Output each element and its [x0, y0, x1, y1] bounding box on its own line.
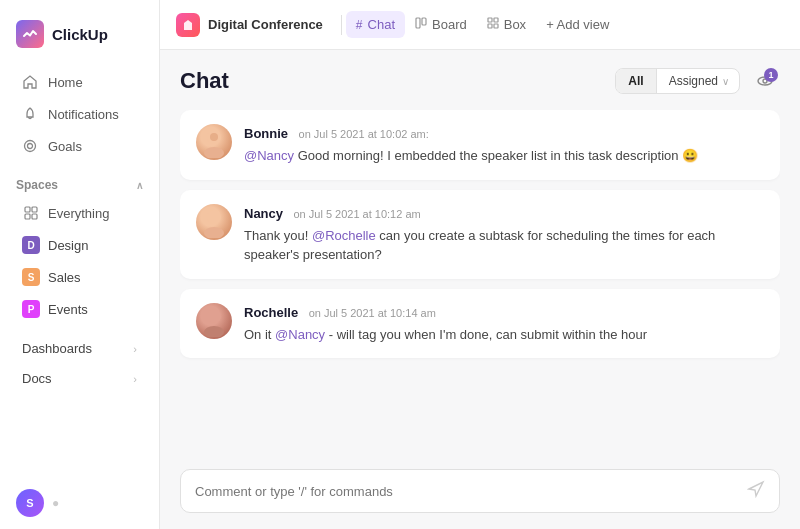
- chat-input-area: [180, 469, 780, 513]
- user-status-icon: ●: [52, 496, 59, 510]
- sidebar-bottom: Dashboards › Docs ›: [0, 333, 159, 394]
- chat-header-controls: All Assigned ∨ 1: [615, 66, 780, 96]
- chat-input[interactable]: [195, 484, 747, 499]
- tab-box[interactable]: Box: [477, 11, 536, 38]
- nancy-time: on Jul 5 2021 at 10:12 am: [293, 208, 420, 220]
- spaces-label: Spaces: [16, 178, 58, 192]
- topbar: Digital Conference # Chat Board Box + Ad…: [160, 0, 800, 50]
- chat-tab-label: Chat: [368, 17, 395, 32]
- board-tab-icon: [415, 17, 427, 32]
- design-label: Design: [48, 238, 88, 253]
- logo-text: ClickUp: [52, 26, 108, 43]
- svg-point-1: [28, 144, 33, 149]
- tab-board[interactable]: Board: [405, 11, 477, 38]
- nancy-message-header: Nancy on Jul 5 2021 at 10:12 am: [244, 204, 764, 222]
- add-view-button[interactable]: + Add view: [536, 11, 619, 38]
- svg-point-18: [204, 227, 224, 238]
- box-tab-icon: [487, 17, 499, 32]
- nancy-message-text: Thank you! @Rochelle can you create a su…: [244, 226, 764, 265]
- user-avatar[interactable]: S: [16, 489, 44, 517]
- rochelle-author: Rochelle: [244, 305, 298, 320]
- tab-chat[interactable]: # Chat: [346, 11, 405, 38]
- bonnie-mention: @Nancy: [244, 148, 294, 163]
- add-view-label: + Add view: [546, 17, 609, 32]
- sidebar-item-home[interactable]: Home: [6, 67, 153, 97]
- logo-icon: [16, 20, 44, 48]
- message-nancy: Nancy on Jul 5 2021 at 10:12 am Thank yo…: [180, 190, 780, 279]
- rochelle-message-header: Rochelle on Jul 5 2021 at 10:14 am: [244, 303, 764, 321]
- sidebar-footer: S ●: [0, 477, 159, 529]
- message-rochelle: Rochelle on Jul 5 2021 at 10:14 am On it…: [180, 289, 780, 359]
- filter-chevron-icon: ∨: [722, 76, 729, 87]
- project-header: Digital Conference: [176, 13, 323, 37]
- events-dot: P: [22, 300, 40, 318]
- bonnie-avatar: [196, 124, 232, 160]
- rochelle-message-content: Rochelle on Jul 5 2021 at 10:14 am On it…: [244, 303, 764, 345]
- bonnie-message-content: Bonnie on Jul 5 2021 at 10:02 am: @Nancy…: [244, 124, 764, 166]
- notification-eye-button[interactable]: 1: [750, 66, 780, 96]
- chat-header: Chat All Assigned ∨ 1: [180, 66, 780, 96]
- rochelle-mention: @Nancy: [275, 327, 325, 342]
- dashboards-label: Dashboards: [22, 341, 92, 356]
- bonnie-avatar-illustration: [200, 126, 228, 158]
- sales-dot: S: [22, 268, 40, 286]
- bonnie-message-header: Bonnie on Jul 5 2021 at 10:02 am:: [244, 124, 764, 142]
- nancy-avatar: [196, 204, 232, 240]
- sidebar-item-sales[interactable]: S Sales: [6, 262, 153, 292]
- sidebar-item-design[interactable]: D Design: [6, 230, 153, 260]
- svg-rect-7: [422, 18, 426, 25]
- notification-badge: 1: [764, 68, 778, 82]
- svg-point-17: [207, 210, 221, 224]
- bonnie-time: on Jul 5 2021 at 10:02 am:: [299, 128, 429, 140]
- svg-rect-4: [25, 214, 30, 219]
- design-dot: D: [22, 236, 40, 254]
- spaces-section-header: Spaces ∧: [0, 168, 159, 197]
- sidebar-item-events[interactable]: P Events: [6, 294, 153, 324]
- nancy-avatar-illustration: [200, 206, 228, 238]
- rochelle-avatar-illustration: [200, 305, 228, 337]
- sidebar-item-dashboards[interactable]: Dashboards ›: [6, 334, 153, 363]
- rochelle-time: on Jul 5 2021 at 10:14 am: [309, 307, 436, 319]
- svg-rect-5: [32, 214, 37, 219]
- chat-tab-icon: #: [356, 18, 363, 32]
- svg-rect-3: [32, 207, 37, 212]
- nancy-message-content: Nancy on Jul 5 2021 at 10:12 am Thank yo…: [244, 204, 764, 265]
- chat-title: Chat: [180, 68, 229, 94]
- sidebar-item-docs[interactable]: Docs ›: [6, 364, 153, 393]
- sidebar-item-everything[interactable]: Everything: [6, 198, 153, 228]
- svg-rect-11: [494, 24, 498, 28]
- project-name: Digital Conference: [208, 17, 323, 32]
- svg-rect-10: [488, 24, 492, 28]
- svg-point-0: [25, 141, 36, 152]
- sidebar-item-goals[interactable]: Goals: [6, 131, 153, 161]
- rochelle-avatar: [196, 303, 232, 339]
- filter-assigned-dropdown[interactable]: Assigned ∨: [656, 69, 739, 93]
- logo: ClickUp: [0, 10, 159, 66]
- svg-rect-8: [488, 18, 492, 22]
- svg-point-20: [204, 326, 224, 337]
- svg-rect-2: [25, 207, 30, 212]
- everything-icon: [22, 204, 40, 222]
- sidebar-home-label: Home: [48, 75, 83, 90]
- sidebar-goals-label: Goals: [48, 139, 82, 154]
- filter-assigned-label: Assigned: [669, 74, 718, 88]
- filter-all-button[interactable]: All: [616, 69, 655, 93]
- message-bonnie: Bonnie on Jul 5 2021 at 10:02 am: @Nancy…: [180, 110, 780, 180]
- box-tab-label: Box: [504, 17, 526, 32]
- send-icon[interactable]: [747, 480, 765, 502]
- messages-area: Bonnie on Jul 5 2021 at 10:02 am: @Nancy…: [180, 110, 780, 457]
- board-tab-label: Board: [432, 17, 467, 32]
- sidebar-item-notifications[interactable]: Notifications: [6, 99, 153, 129]
- filter-group: All Assigned ∨: [615, 68, 740, 94]
- sidebar: ClickUp Home Notifications Goals Spaces …: [0, 0, 160, 529]
- events-label: Events: [48, 302, 88, 317]
- rochelle-message-text: On it @Nancy - will tag you when I'm don…: [244, 325, 764, 345]
- project-icon: [176, 13, 200, 37]
- sales-label: Sales: [48, 270, 81, 285]
- topbar-divider: [341, 15, 342, 35]
- docs-label: Docs: [22, 371, 52, 386]
- sidebar-notifications-label: Notifications: [48, 107, 119, 122]
- goals-icon: [22, 138, 38, 154]
- main-content: Digital Conference # Chat Board Box + Ad…: [160, 0, 800, 529]
- bonnie-message-text: @Nancy Good morning! I embedded the spea…: [244, 146, 764, 166]
